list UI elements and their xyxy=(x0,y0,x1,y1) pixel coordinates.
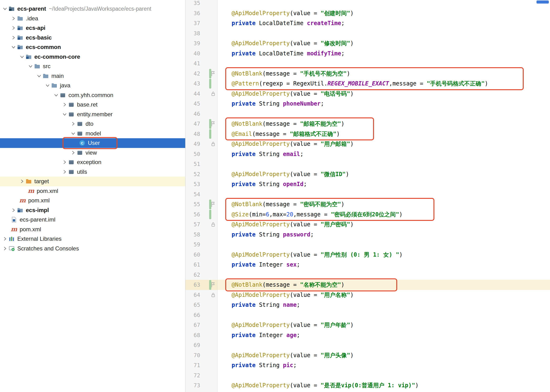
code-text[interactable]: @ApiModelProperty(value = "用户密码") xyxy=(217,221,354,228)
tree-item-scratches-and-consoles[interactable]: Scratches and Consoles xyxy=(0,244,185,253)
tree-item-main[interactable]: main xyxy=(0,71,185,81)
code-text[interactable]: @ApiModelProperty(value = "电话号码") xyxy=(217,90,354,98)
tree-item-pom-xml[interactable]: mpom.xml xyxy=(0,225,185,234)
code-text[interactable]: private Integer sex; xyxy=(217,261,300,268)
gutter-lock-icon[interactable] xyxy=(210,141,216,147)
code-line-57[interactable]: 57 @ApiModelProperty(value = "用户密码") xyxy=(186,219,550,230)
code-line-46[interactable]: 46 xyxy=(186,109,550,119)
code-line-40[interactable]: 40 private LocalDateTime modifyTime; xyxy=(186,49,550,59)
chevron-right-icon[interactable] xyxy=(62,102,68,108)
code-line-35[interactable]: 35 xyxy=(186,0,550,8)
code-text[interactable]: @ApiModelProperty(value = "创建时间") xyxy=(217,9,354,17)
chevron-down-icon[interactable] xyxy=(19,54,25,60)
code-line-39[interactable]: 39 @ApiModelProperty(value = "修改时间") xyxy=(186,38,550,49)
tree-item-ecs-parent-iml[interactable]: ecs-parent.iml xyxy=(0,215,185,225)
code-text[interactable]: @NotBlank(message = "手机号不能为空") xyxy=(217,70,350,77)
code-line-58[interactable]: 58 private String password; xyxy=(186,230,550,240)
chevron-down-icon[interactable] xyxy=(10,44,17,50)
code-line-61[interactable]: 61 private Integer sex; xyxy=(186,260,550,270)
code-text[interactable]: @ApiModelProperty(value = "是否是vip(0:普通用户… xyxy=(217,382,419,389)
code-line-55[interactable]: 55 @NotBlank(message = "密码不能为空") xyxy=(186,199,550,210)
code-line-68[interactable]: 68 private Integer age; xyxy=(186,330,550,340)
tree-item-src[interactable]: src xyxy=(0,62,185,71)
code-line-50[interactable]: 50 private String email; xyxy=(186,149,550,159)
tree-item-ec-common-core[interactable]: ec-common-core xyxy=(0,52,185,62)
code-text[interactable]: @ApiModelProperty(value = "修改时间") xyxy=(217,40,354,47)
code-text[interactable]: @NotBlank(message = "邮箱不能为空") xyxy=(217,120,344,128)
code-line-64[interactable]: 64 @ApiModelProperty(value = "用户名称") xyxy=(186,290,550,300)
code-text[interactable]: @ApiModelProperty(value = "用户性别 (0: 男 1:… xyxy=(217,251,403,259)
code-line-74[interactable]: 74 private Integer isVip; xyxy=(186,391,550,392)
tree-item-target[interactable]: target xyxy=(0,177,185,186)
code-text[interactable]: private LocalDateTime modifyTime; xyxy=(217,50,345,57)
chevron-down-icon[interactable] xyxy=(36,73,42,79)
chevron-down-icon[interactable] xyxy=(44,82,51,89)
scrollbar-thumb[interactable] xyxy=(536,0,549,4)
chevron-down-icon[interactable] xyxy=(70,130,76,137)
code-line-42[interactable]: 42 @NotBlank(message = "手机号不能为空") xyxy=(186,69,550,79)
code-text[interactable]: @Size(min=6,max=20,message = "密码必须在6到20位… xyxy=(217,211,403,218)
gutter-flag-icon[interactable] xyxy=(210,70,216,77)
code-line-70[interactable]: 70 @ApiModelProperty(value = "用户头像") xyxy=(186,350,550,361)
vcs-change-marker[interactable] xyxy=(209,210,211,219)
code-line-45[interactable]: 45 private String phoneNumber; xyxy=(186,99,550,109)
tree-item-view[interactable]: view xyxy=(0,148,185,158)
code-line-37[interactable]: 37 private LocalDateTime createTime; xyxy=(186,18,550,28)
code-line-36[interactable]: 36 @ApiModelProperty(value = "创建时间") xyxy=(186,8,550,18)
tree-item-utils[interactable]: utils xyxy=(0,167,185,177)
code-line-47[interactable]: 47 @NotBlank(message = "邮箱不能为空") xyxy=(186,119,550,129)
code-text[interactable]: private Integer age; xyxy=(217,332,300,338)
code-text[interactable]: private String password; xyxy=(217,231,314,238)
tree-item-base-ret[interactable]: base.ret xyxy=(0,100,185,110)
chevron-right-icon[interactable] xyxy=(10,15,17,21)
code-line-48[interactable]: 48 @Email(message = "邮箱格式不正确") xyxy=(186,129,550,139)
chevron-right-icon[interactable] xyxy=(10,35,17,41)
vcs-change-marker[interactable] xyxy=(209,129,211,139)
code-text[interactable]: private String openId; xyxy=(217,181,307,188)
code-line-69[interactable]: 69 xyxy=(186,340,550,350)
chevron-down-icon[interactable] xyxy=(28,63,34,69)
gutter-lock-icon[interactable] xyxy=(210,91,216,97)
tree-item-external-libraries[interactable]: External Libraries xyxy=(0,234,185,244)
code-line-72[interactable]: 72 xyxy=(186,371,550,381)
chevron-down-icon[interactable] xyxy=(53,92,59,98)
code-line-51[interactable]: 51 xyxy=(186,159,550,169)
code-line-41[interactable]: 41 xyxy=(186,58,550,69)
code-line-63[interactable]: 63 @NotBlank(message = "名称不能为空") xyxy=(186,280,550,290)
code-text[interactable]: private String email; xyxy=(217,151,303,157)
gutter-flag-icon[interactable] xyxy=(210,201,216,207)
gutter-lock-icon[interactable] xyxy=(210,292,216,298)
chevron-right-icon[interactable] xyxy=(10,207,17,213)
tree-item-java[interactable]: java xyxy=(0,81,185,91)
chevron-down-icon[interactable] xyxy=(2,6,8,12)
code-editor[interactable]: 3536 @ApiModelProperty(value = "创建时间")37… xyxy=(186,0,550,392)
tree-item-pom-xml[interactable]: mpom.xml xyxy=(0,196,185,205)
gutter-flag-icon[interactable] xyxy=(210,121,216,127)
tree-item-idea[interactable]: .idea xyxy=(0,14,185,23)
code-line-53[interactable]: 53 private String openId; xyxy=(186,179,550,189)
code-text[interactable]: @ApiModelProperty(value = "用户邮箱") xyxy=(217,140,354,148)
chevron-right-icon[interactable] xyxy=(2,236,8,242)
tree-item-user[interactable]: CUser xyxy=(0,138,185,148)
code-line-54[interactable]: 54 xyxy=(186,189,550,200)
code-text[interactable]: private String name; xyxy=(217,301,300,308)
chevron-right-icon[interactable] xyxy=(62,169,68,175)
tree-item-ecs-api[interactable]: ecs-api xyxy=(0,23,185,33)
code-line-56[interactable]: 56 @Size(min=6,max=20,message = "密码必须在6到… xyxy=(186,210,550,220)
vcs-change-marker[interactable] xyxy=(209,79,211,89)
code-text[interactable]: @Pattern(regexp = RegexUtil.REGEX_MOBILE… xyxy=(217,80,488,87)
code-line-67[interactable]: 67 @ApiModelProperty(value = "用户年龄") xyxy=(186,320,550,330)
chevron-right-icon[interactable] xyxy=(70,150,76,156)
code-line-59[interactable]: 59 xyxy=(186,239,550,250)
code-text[interactable]: private String phoneNumber; xyxy=(217,100,324,107)
gutter-lock-icon[interactable] xyxy=(210,221,216,227)
code-line-52[interactable]: 52 @ApiModelProperty(value = "微信ID") xyxy=(186,169,550,179)
tree-item-exception[interactable]: exception xyxy=(0,157,185,167)
code-line-65[interactable]: 65 private String name; xyxy=(186,300,550,310)
tree-item-com-yhh-common[interactable]: com.yhh.common xyxy=(0,91,185,100)
tree-item-ecs-basic[interactable]: ecs-basic xyxy=(0,33,185,43)
code-text[interactable]: @NotBlank(message = "名称不能为空") xyxy=(217,281,344,288)
tree-item-model[interactable]: model xyxy=(0,129,185,139)
code-line-43[interactable]: 43 @Pattern(regexp = RegexUtil.REGEX_MOB… xyxy=(186,79,550,89)
code-text[interactable]: @ApiModelProperty(value = "用户年龄") xyxy=(217,321,354,329)
